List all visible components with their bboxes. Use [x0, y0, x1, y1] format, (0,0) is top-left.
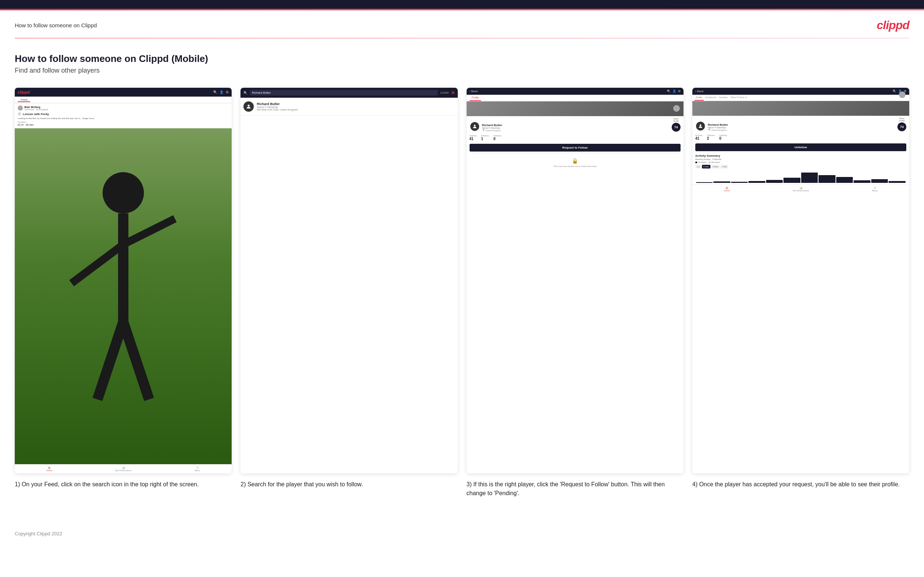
s2-search-value: Richard Butler: [252, 91, 271, 94]
s4-nav-home[interactable]: 🏠 Home: [724, 187, 730, 192]
step-1-screenshot: clippd 🔍 👤 ⚙ Feed: [15, 88, 232, 474]
s4-legend-off-course: Off course: [709, 161, 720, 163]
s1-lesson-icon: [18, 112, 21, 116]
s4-nav-performance[interactable]: 📊 My Performance: [793, 187, 809, 192]
s4-on-course-dot: [695, 161, 697, 163]
s4-legend: On course Off course: [695, 161, 906, 163]
s3-profile-icon[interactable]: 👤: [672, 90, 676, 93]
step-4-caption: 4) Once the player has accepted your req…: [692, 480, 909, 489]
step-2-screen: 🔍 Richard Butler CLEAR ✕: [241, 88, 457, 474]
top-bar-accent: [0, 9, 924, 10]
s3-following-stat: Following 0: [494, 135, 501, 141]
s4-search-icon[interactable]: 🔍: [893, 90, 897, 93]
s4-unfollow-button[interactable]: Unfollow: [695, 143, 906, 151]
profile-icon[interactable]: 👤: [220, 90, 223, 94]
s3-player-name: Richard Butler: [482, 124, 669, 127]
svg-point-0: [103, 172, 144, 213]
s4-bar-10: [853, 180, 871, 183]
s3-lock-icon: 🔒: [572, 158, 578, 164]
s4-time-btn-1yr[interactable]: 1 yr: [695, 165, 701, 169]
s2-search-result[interactable]: Richard Butler Above 5 Handicap Mill Rid…: [241, 98, 457, 116]
s1-post-title-text: Lesson with Fordy: [23, 113, 49, 116]
golfer-svg: [15, 128, 232, 464]
s1-duration-label: Duration: [18, 121, 229, 123]
s3-tab-profile[interactable]: Profile: [470, 95, 481, 101]
s2-search-input[interactable]: Richard Butler: [250, 90, 438, 95]
s2-result-club: Mill Ride Golf Club, United Kingdom: [257, 108, 298, 111]
s3-quality-badge: 74: [672, 123, 680, 132]
s4-bar-5: [766, 180, 783, 183]
step-3-screenshot: ‹ Back 🔍 👤 ⚙ Profile: [467, 88, 683, 474]
s4-quality-block: PlayerQuality 74: [897, 117, 906, 131]
s3-private-message: 🔒 This user has chosen not to share thei…: [467, 153, 683, 172]
s4-time-btn-1mth[interactable]: 1 mth: [720, 165, 728, 169]
search-icon[interactable]: 🔍: [213, 90, 217, 94]
s3-settings-icon[interactable]: ⚙: [678, 90, 680, 93]
step-3-screen: ‹ Back 🔍 👤 ⚙ Profile: [467, 88, 683, 474]
s2-close-button[interactable]: ✕: [451, 90, 455, 95]
step-2-caption: 2) Search for the player that you wish t…: [241, 480, 457, 489]
s4-tab-activities[interactable]: Activities: [717, 95, 729, 101]
s2-result-name: Richard Butler: [257, 102, 298, 106]
s4-tab-profile[interactable]: Profile: [695, 95, 704, 101]
s1-bottom-nav: 🏠 Home 📊 My Performance ☰ Menu: [15, 464, 232, 474]
s4-time-btn-6mths[interactable]: 6 mths: [702, 165, 711, 169]
s3-header-icons: 🔍 👤 ⚙: [667, 90, 680, 93]
steps-grid: clippd 🔍 👤 ⚙ Feed: [15, 88, 909, 498]
s4-nav-menu[interactable]: ☰ Menu: [872, 187, 877, 192]
s1-feed-tab[interactable]: Feed: [18, 97, 30, 102]
s1-header: clippd 🔍 👤 ⚙: [15, 88, 232, 97]
s4-tab-whattowork[interactable]: What To Work O...: [729, 95, 750, 101]
s4-off-course-dot: [709, 161, 711, 163]
s2-result-info: Richard Butler Above 5 Handicap Mill Rid…: [257, 102, 298, 111]
s4-legend-on-course: On course: [695, 161, 706, 163]
s3-search-icon[interactable]: 🔍: [667, 90, 670, 93]
main-content: How to follow someone on Clippd (Mobile)…: [0, 38, 924, 524]
s4-cover-photo: [692, 101, 909, 116]
s4-activity-summary: Activity Summary Monthly Activity - 6 Mo…: [692, 153, 909, 184]
hamburger-icon: ☰: [197, 466, 199, 469]
s1-nav-menu[interactable]: ☰ Menu: [195, 466, 200, 472]
s4-followers-stat: Followers 2: [707, 134, 714, 140]
search-icon-small: 🔍: [244, 91, 247, 95]
s4-following-stat: Following 0: [719, 134, 727, 140]
s4-tab-dashboard[interactable]: Dashboard: [704, 95, 717, 101]
svg-line-3: [123, 219, 175, 245]
s3-tabs: Profile: [467, 95, 683, 102]
s1-post-desc: Looking to feel like my hands are exitin…: [18, 117, 229, 120]
s1-nav-performance[interactable]: 📊 My Performance: [115, 466, 132, 472]
svg-point-6: [248, 105, 250, 106]
s4-monthly-label: Monthly Activity - 6 Months: [695, 158, 906, 160]
s1-avatar: [18, 105, 23, 111]
s2-clear-button[interactable]: CLEAR: [440, 92, 449, 94]
step-4-screenshot: ‹ Back 🔍 👤 ⚙ Profile Dashboard Activitie…: [692, 88, 909, 474]
s3-back-button[interactable]: ‹ Back: [470, 90, 478, 93]
s3-profile-row: Richard Butler Above 5 Handicap 📍 United…: [467, 116, 683, 133]
s4-time-btn-3mths[interactable]: 3 mths: [711, 165, 720, 169]
footer: Copyright Clippd 2022: [0, 524, 924, 544]
s3-follow-button[interactable]: Request to Follow: [470, 144, 680, 152]
s1-golf-image: [15, 128, 232, 464]
s4-bar-2: [713, 181, 730, 183]
s1-post: Blair McHarg Yesterday · Sunningdale Les…: [15, 103, 232, 128]
s4-bar-12: [888, 181, 906, 183]
step-2-screenshot: 🔍 Richard Butler CLEAR ✕: [241, 88, 457, 474]
step-1-screen: clippd 🔍 👤 ⚙ Feed: [15, 88, 232, 474]
chart-icon: 📊: [122, 466, 125, 469]
s1-icons: 🔍 👤 ⚙: [213, 90, 229, 94]
s1-duration-val: 01 hr : 30 min: [18, 124, 229, 126]
s3-quality-block: PlayerQuality 74: [672, 118, 680, 132]
s3-activities-stat: Activities 41: [470, 135, 477, 141]
s4-chart-icon: 📊: [800, 187, 802, 189]
s4-bar-6: [783, 178, 800, 183]
footer-copyright: Copyright Clippd 2022: [15, 531, 62, 537]
s1-nav-home[interactable]: 🏠 Home: [47, 466, 52, 472]
s4-summary-title: Activity Summary: [695, 154, 906, 158]
step-3: ‹ Back 🔍 👤 ⚙ Profile: [467, 88, 683, 498]
step-1: clippd 🔍 👤 ⚙ Feed: [15, 88, 232, 498]
s4-name-block: Richard Butler Above 5 Handicap 📍 United…: [708, 123, 895, 131]
s3-cover-photo: [467, 102, 683, 116]
menu-icon[interactable]: ⚙: [226, 90, 229, 94]
s4-back-button[interactable]: ‹ Back: [695, 90, 704, 93]
s3-header: ‹ Back 🔍 👤 ⚙: [467, 88, 683, 95]
